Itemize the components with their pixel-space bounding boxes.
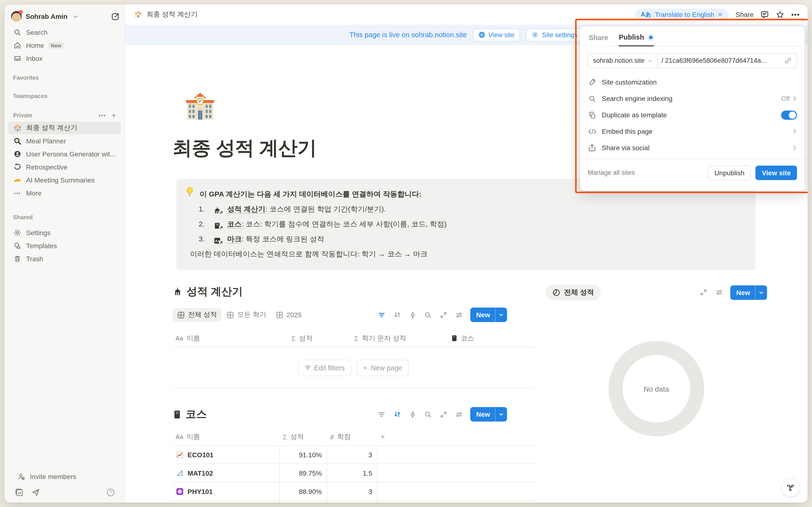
sidebar-page-user-persona[interactable]: User Persona Generator wit...: [8, 148, 121, 160]
chart-view-tab[interactable]: 전체 성적: [546, 284, 601, 300]
site-url-bar[interactable]: sohrab.notion.site / 21ca63f696e5806e807…: [588, 53, 797, 68]
private-add-icon[interactable]: +: [112, 111, 116, 119]
sort-icon[interactable]: [393, 311, 401, 319]
close-icon[interactable]: [718, 12, 723, 17]
copy-link-icon[interactable]: [783, 56, 792, 65]
courses-new-button[interactable]: New: [470, 407, 507, 421]
callout-block[interactable]: 이 GPA 계산기는 다음 세 가지 데이터베이스를 연결하여 작동합니다: 1…: [176, 179, 755, 270]
section-private[interactable]: Private ••• +: [4, 109, 125, 121]
column-header-course[interactable]: 코스: [448, 334, 534, 343]
popup-tab-share[interactable]: Share: [589, 34, 608, 46]
comments-icon[interactable]: [761, 10, 769, 19]
popup-item-site-customization[interactable]: Site customization: [580, 74, 805, 90]
help-icon[interactable]: ?: [106, 488, 115, 497]
popup-item-embed-this-page[interactable]: Embed this page: [580, 123, 805, 139]
add-column-button[interactable]: +: [377, 433, 406, 441]
linked-page-grade-calc[interactable]: 성적 계산기: [227, 205, 265, 213]
view-tab-2025[interactable]: 2025: [271, 308, 306, 321]
search-icon[interactable]: [424, 311, 432, 319]
linked-page-marks[interactable]: 마크: [227, 235, 242, 243]
popup-item-share-via-social[interactable]: Share via social: [580, 139, 805, 156]
chevron-down-icon[interactable]: [755, 285, 767, 300]
duplicate-toggle-on[interactable]: [781, 110, 797, 119]
sidebar-page-grade-calculator[interactable]: 최종 성적 계산기: [8, 122, 121, 134]
sidebar-item-home[interactable]: Home New: [8, 39, 121, 52]
invite-members-button[interactable]: Invite members: [12, 470, 117, 483]
chevron-down-icon[interactable]: [495, 307, 507, 322]
settings-sliders-icon[interactable]: [455, 410, 463, 418]
lightning-icon[interactable]: [408, 311, 417, 319]
popup-tab-publish[interactable]: Publish: [619, 33, 654, 46]
sidebar-page-retrospective[interactable]: Retrospective: [8, 161, 121, 173]
table-row-phy101[interactable]: PHY101 88.90% 3: [172, 483, 534, 501]
table-row-mat102[interactable]: MAT102 89.75% 1.5: [172, 464, 534, 483]
unpublish-button[interactable]: Unpublish: [708, 165, 751, 180]
expand-icon[interactable]: [439, 410, 448, 418]
site-domain-select[interactable]: sohrab.notion.site: [588, 54, 658, 68]
page-icon-school[interactable]: [184, 91, 216, 123]
linked-page-courses[interactable]: 코스: [227, 220, 242, 228]
sort-icon[interactable]: [393, 410, 401, 418]
school-icon: [134, 10, 143, 19]
section-teamspaces[interactable]: Teamspaces: [4, 91, 125, 101]
paper-plane-icon[interactable]: [32, 488, 40, 497]
favorite-star-icon[interactable]: [776, 10, 785, 19]
calendar-icon[interactable]: 24: [15, 488, 24, 497]
settings-sliders-icon[interactable]: [715, 288, 723, 296]
sidebar-item-templates[interactable]: Templates: [8, 239, 121, 252]
gear-icon: [13, 228, 22, 237]
chevron-down-icon[interactable]: [495, 407, 507, 421]
column-header-credit[interactable]: #학점: [327, 433, 377, 441]
new-page-button[interactable]: + New page: [356, 359, 409, 376]
filter-icon[interactable]: [377, 410, 386, 418]
sidebar-item-settings[interactable]: Settings: [8, 226, 121, 239]
popup-item-search-engine-indexing[interactable]: Search engine indexing Off: [580, 90, 805, 107]
expand-icon[interactable]: [439, 311, 448, 319]
svg-text:24: 24: [18, 491, 21, 495]
expand-icon[interactable]: [699, 288, 708, 296]
column-header-name[interactable]: Aa이름: [172, 433, 280, 441]
sidebar-item-trash[interactable]: Trash: [8, 252, 121, 265]
table-row-sta256[interactable]: ♠STA256 85.70% 1.5: [172, 501, 534, 503]
search-icon[interactable]: [424, 410, 432, 418]
column-header-letter-grade[interactable]: Σ학기 문자 성적: [351, 334, 448, 343]
settings-sliders-icon[interactable]: [455, 311, 463, 319]
section-favorites[interactable]: Favorites: [4, 72, 125, 83]
home-icon: [13, 41, 22, 50]
private-more-icon[interactable]: •••: [98, 112, 106, 119]
edit-filters-button[interactable]: Edit filters: [298, 359, 351, 376]
courses-db-title[interactable]: 코스: [186, 407, 207, 421]
view-tab-all-grades[interactable]: 전체 성적: [172, 308, 222, 322]
view-tab-all-terms[interactable]: 모든 학기: [222, 308, 271, 322]
manage-all-sites-link[interactable]: Manage all sites: [588, 169, 635, 176]
share-button[interactable]: Share: [735, 11, 754, 18]
banner-site-settings-button[interactable]: Site settings: [526, 28, 583, 41]
more-options-icon[interactable]: •••: [792, 11, 800, 18]
banner-view-site-button[interactable]: View site: [472, 28, 520, 41]
site-path-input[interactable]: / 21ca63f696e5806e8077d64714a...: [658, 57, 783, 64]
translate-pill[interactable]: Aあ Translate to English: [635, 8, 729, 20]
new-page-compose-icon[interactable]: [111, 12, 120, 21]
sidebar-page-ai-meeting-summaries[interactable]: AI Meeting Summaries: [8, 174, 121, 186]
sidebar-item-inbox[interactable]: Inbox: [8, 52, 121, 65]
lightning-icon[interactable]: [408, 410, 417, 418]
sidebar-item-label: 최종 성적 계산기: [26, 124, 77, 132]
workspace-switcher[interactable]: Sohrab Amin: [4, 10, 125, 25]
breadcrumb[interactable]: 최종 성적 계산기: [134, 10, 198, 19]
chevron-right-icon: [793, 145, 797, 151]
sidebar-item-search[interactable]: Search: [8, 26, 121, 39]
section-shared[interactable]: Shared: [4, 212, 125, 223]
notion-face-button[interactable]: [781, 478, 800, 497]
chart-new-button[interactable]: New: [730, 285, 767, 300]
view-site-button[interactable]: View site: [756, 165, 797, 180]
sidebar-page-meal-planner[interactable]: Meal Planner: [8, 135, 121, 147]
grades-db-title[interactable]: 성적 계산기: [187, 284, 243, 299]
sidebar-item-more[interactable]: ••• More: [8, 187, 121, 200]
grades-new-button[interactable]: New: [470, 307, 507, 322]
column-header-grade[interactable]: Σ성적: [289, 334, 351, 343]
column-header-name[interactable]: Aa이름: [172, 334, 289, 343]
table-row-eco101[interactable]: ECO101 91.10% 3: [172, 446, 534, 464]
filter-icon[interactable]: [377, 311, 386, 319]
popup-item-duplicate-as-template[interactable]: Duplicate as template: [580, 107, 805, 123]
column-header-grade[interactable]: Σ성적: [280, 433, 327, 441]
